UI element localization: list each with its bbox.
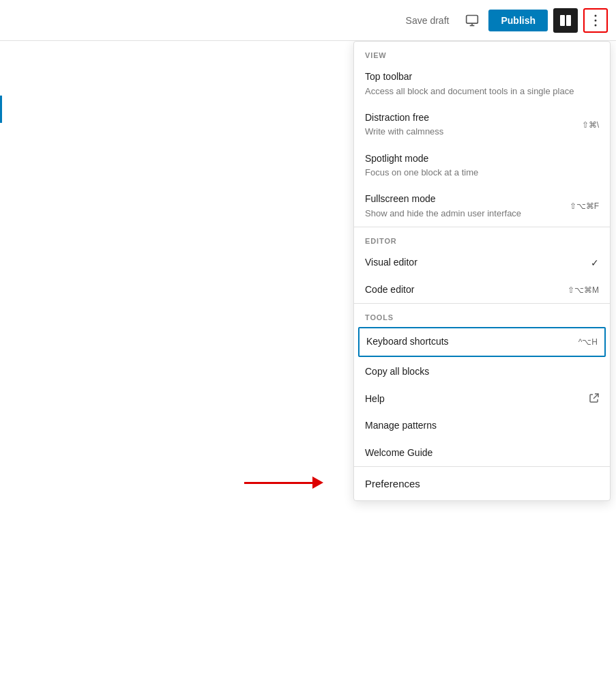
svg-point-7	[595, 24, 597, 26]
help-title: Help	[365, 393, 578, 406]
welcome-guide-title: Welcome Guide	[365, 446, 599, 460]
tools-section: TOOLS Keyboard shortcuts ^⌥H Copy all bl…	[354, 304, 610, 467]
help-item[interactable]: Help	[354, 386, 610, 413]
spotlight-mode-title: Spotlight mode	[365, 152, 599, 166]
svg-rect-0	[467, 15, 478, 23]
fullscreen-mode-title: Fullscreen mode	[365, 192, 559, 206]
publish-button[interactable]: Publish	[488, 10, 548, 31]
top-toolbar-item[interactable]: Top toolbar Access all block and documen…	[354, 63, 610, 104]
red-arrow	[244, 476, 323, 489]
preferences-section: Preferences	[354, 467, 610, 500]
panel-toggle-button[interactable]	[553, 8, 578, 33]
block-indicator	[0, 96, 2, 123]
fullscreen-mode-item[interactable]: Fullscreen mode Show and hide the admin …	[354, 186, 610, 227]
preferences-item[interactable]: Preferences	[354, 467, 610, 500]
more-options-button[interactable]	[583, 8, 608, 33]
editor-section: EDITOR Visual editor ✓ Code editor ⇧⌥⌘M	[354, 227, 610, 304]
visual-editor-item[interactable]: Visual editor ✓	[354, 249, 610, 276]
tools-section-label: TOOLS	[354, 304, 610, 326]
top-toolbar: Save draft Publish	[0, 0, 616, 41]
code-editor-item[interactable]: Code editor ⇧⌥⌘M	[354, 276, 610, 304]
svg-point-6	[595, 19, 597, 21]
manage-patterns-title: Manage patterns	[365, 419, 599, 433]
fullscreen-mode-desc: Show and hide the admin user interface	[365, 208, 559, 220]
code-editor-shortcut: ⇧⌥⌘M	[568, 285, 599, 295]
copy-all-blocks-title: Copy all blocks	[365, 365, 599, 379]
code-editor-title: Code editor	[365, 283, 557, 297]
visual-editor-checkmark: ✓	[591, 257, 599, 268]
options-dropdown-menu: VIEW Top toolbar Access all block and do…	[353, 41, 611, 501]
svg-line-8	[593, 394, 598, 399]
svg-point-5	[595, 14, 597, 16]
manage-patterns-item[interactable]: Manage patterns	[354, 412, 610, 440]
preview-button[interactable]	[461, 10, 483, 31]
keyboard-shortcuts-item[interactable]: Keyboard shortcuts ^⌥H	[358, 327, 606, 357]
distraction-free-title: Distraction free	[365, 111, 571, 125]
welcome-guide-item[interactable]: Welcome Guide	[354, 440, 610, 467]
fullscreen-mode-shortcut: ⇧⌥⌘F	[570, 201, 599, 211]
svg-rect-4	[566, 15, 571, 26]
distraction-free-shortcut: ⇧⌘\	[582, 120, 599, 130]
keyboard-shortcuts-title: Keyboard shortcuts	[366, 335, 568, 349]
spotlight-mode-item[interactable]: Spotlight mode Focus on one block at a t…	[354, 145, 610, 186]
copy-all-blocks-item[interactable]: Copy all blocks	[354, 358, 610, 386]
editor-area	[0, 41, 351, 699]
preferences-title: Preferences	[365, 478, 599, 489]
view-section: VIEW Top toolbar Access all block and do…	[354, 42, 610, 227]
top-toolbar-title: Top toolbar	[365, 70, 599, 84]
top-toolbar-desc: Access all block and document tools in a…	[365, 85, 599, 98]
spotlight-mode-desc: Focus on one block at a time	[365, 167, 599, 179]
help-external-icon	[589, 393, 599, 405]
distraction-free-desc: Write with calmness	[365, 126, 571, 138]
keyboard-shortcuts-shortcut: ^⌥H	[578, 337, 598, 347]
save-draft-button[interactable]: Save draft	[399, 11, 456, 30]
svg-rect-3	[560, 15, 565, 26]
editor-section-label: EDITOR	[354, 227, 610, 249]
distraction-free-item[interactable]: Distraction free Write with calmness ⇧⌘\	[354, 104, 610, 145]
visual-editor-title: Visual editor	[365, 256, 580, 270]
view-section-label: VIEW	[354, 42, 610, 63]
